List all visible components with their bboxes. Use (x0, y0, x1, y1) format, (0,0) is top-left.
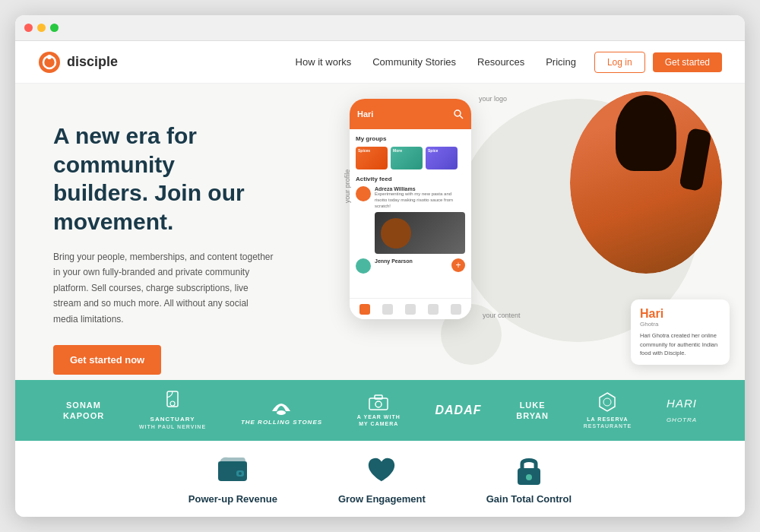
group-card-fitness: More (391, 147, 423, 169)
minimize-dot[interactable] (37, 24, 46, 32)
feature-control: Gain Total Control (486, 454, 572, 505)
phone-nav-explore[interactable] (382, 304, 393, 315)
logo-text: disciple (67, 54, 118, 70)
testimonial-text: Hari Ghotra created her online community… (640, 331, 720, 357)
brand-sonam: SONAMKAPOOR (63, 400, 104, 422)
brand-reserva: la RESERVARESTAURANTE (584, 391, 632, 429)
group-card-cooking: Spices (356, 147, 388, 169)
your-content-label: your content (483, 312, 521, 319)
lock-icon (513, 454, 545, 486)
phone-brand-name: Hari (357, 109, 373, 119)
browser-content: disciple How it works Community Stories … (15, 41, 745, 517)
feed-content-2: Jenny Pearson (375, 258, 448, 264)
phone-header: Hari (350, 99, 471, 129)
your-profile-label: your profile (344, 169, 351, 204)
phone-nav-notif[interactable] (405, 304, 416, 315)
brand-hari-name: HariGhotra (667, 396, 697, 426)
sanctuary-icon (164, 390, 181, 413)
feed-name-1: Adreza Williams (375, 186, 465, 192)
brand-sonam-name: SONAMKAPOOR (63, 400, 104, 422)
phone-feed-title: Activity feed (356, 176, 465, 182)
svg-rect-10 (375, 395, 382, 399)
feed-name-2: Jenny Pearson (375, 258, 448, 264)
woman-photo (570, 91, 722, 274)
svg-point-7 (277, 410, 286, 415)
brand-reserva-name: la RESERVARESTAURANTE (584, 416, 632, 429)
group-label-2: More (391, 147, 423, 154)
navbar: disciple How it works Community Stories … (15, 41, 745, 84)
svg-point-17 (239, 472, 242, 475)
phone-nav-profile[interactable] (428, 304, 439, 315)
nav-how-it-works[interactable]: How it works (296, 56, 352, 68)
group-label-3: Spice (426, 147, 458, 154)
logo-area: disciple (38, 51, 118, 74)
nav-pricing[interactable]: Pricing (546, 56, 576, 68)
woman-hair (616, 95, 676, 171)
feature-engagement: Grow Engagement (338, 454, 426, 505)
add-button[interactable]: + (451, 258, 465, 272)
nav-links: How it works Community Stories Resources… (296, 56, 576, 68)
hero-right: your logo your profile your content Hari… (319, 84, 745, 380)
testimonial-card: Hari Ghotra Hari Ghotra created her onli… (631, 299, 730, 365)
woman-silhouette (570, 91, 722, 274)
phone-nav-home[interactable] (359, 304, 370, 315)
feed-item-2: Jenny Pearson + (356, 258, 465, 274)
testimonial-logo-name: Hari (640, 307, 663, 320)
hero-left: A new era for community builders. Join o… (15, 84, 296, 380)
phone-groups-title: My groups (356, 135, 465, 142)
feed-item-1: Adreza Williams Experimenting with my ne… (356, 186, 465, 254)
heart-icon (366, 454, 397, 486)
feed-avatar-1 (356, 186, 371, 201)
wallet-icon (217, 454, 249, 486)
feature-revenue-label: Power-up Revenue (188, 493, 277, 505)
login-button[interactable]: Log in (594, 52, 645, 73)
feature-engagement-label: Grow Engagement (338, 493, 426, 505)
brand-rolling-stones: the Rolling Stones (241, 394, 322, 426)
features-section: Power-up Revenue Grow Engagement (15, 441, 745, 517)
get-started-nav-button[interactable]: Get started (653, 52, 722, 72)
svg-point-12 (603, 398, 611, 406)
brand-dadaf: dadAF (435, 403, 482, 419)
maximize-dot[interactable] (50, 24, 59, 32)
hero-description: Bring your people, memberships, and cont… (53, 249, 274, 327)
svg-marker-11 (600, 393, 615, 411)
reserva-icon (598, 391, 616, 413)
testimonial-logo-sub: Ghotra (640, 321, 720, 328)
brand-sanctuary-name: Sanctuarywith Paul Nervine (139, 416, 206, 432)
browser-chrome (15, 15, 745, 41)
feed-content-1: Adreza Williams Experimenting with my ne… (375, 186, 465, 254)
brand-dadaf-name: dadAF (435, 403, 482, 419)
feed-avatar-2 (356, 258, 371, 274)
hero-cta-button[interactable]: Get started now (53, 345, 161, 375)
testimonial-logo: Hari Ghotra (640, 307, 720, 328)
brand-luke-bryan: LUKEBRYAN (516, 400, 549, 422)
svg-point-3 (454, 110, 461, 116)
svg-line-4 (460, 116, 463, 119)
svg-point-2 (47, 55, 52, 59)
brand-hari: HariGhotra (667, 396, 697, 426)
brand-camera: A YEAR WITHMY CAMERA (357, 394, 401, 427)
nav-resources[interactable]: Resources (477, 56, 524, 68)
nav-community-stories[interactable]: Community Stories (372, 56, 456, 68)
feed-text-1: Experimenting with my new pasta and riso… (375, 192, 465, 209)
feature-control-label: Gain Total Control (486, 493, 572, 505)
feature-revenue: Power-up Revenue (188, 454, 277, 505)
logo-icon (38, 51, 61, 74)
phone-bottom-nav (350, 298, 471, 319)
phone-groups: Spices More Spice (356, 147, 465, 169)
phone-nav-menu[interactable] (451, 304, 461, 315)
food-illustration (381, 218, 411, 249)
svg-point-6 (170, 401, 175, 406)
brand-strip: SONAMKAPOOR Sanctuarywith Paul Nervine t… (15, 380, 745, 441)
svg-point-19 (526, 474, 532, 480)
nav-buttons: Log in Get started (594, 52, 722, 73)
phone-search-icon (453, 109, 464, 119)
close-dot[interactable] (24, 24, 33, 32)
group-card-yoga: Spice (426, 147, 458, 169)
rolling-stones-icon (269, 394, 293, 416)
brand-sanctuary: Sanctuarywith Paul Nervine (139, 390, 206, 432)
svg-point-9 (375, 401, 382, 407)
svg-rect-15 (218, 461, 247, 467)
brand-luke-bryan-name: LUKEBRYAN (516, 400, 549, 422)
browser-frame: disciple How it works Community Stories … (15, 15, 745, 517)
